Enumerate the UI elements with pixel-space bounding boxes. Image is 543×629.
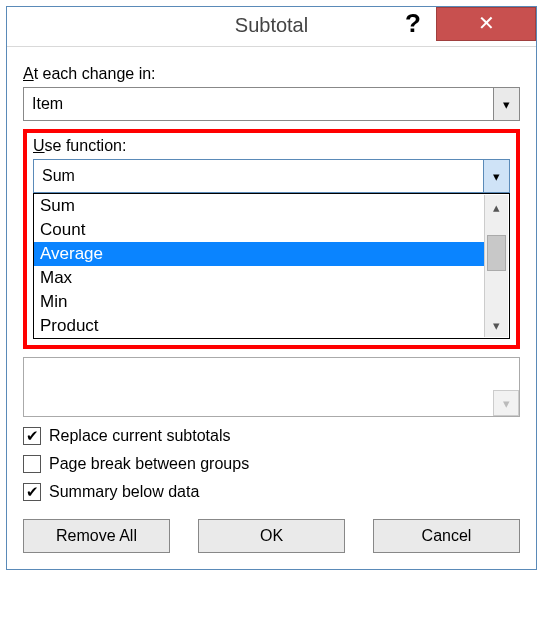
function-option[interactable]: Product [34, 314, 485, 338]
at-each-change-label: At each change in: [23, 65, 520, 83]
checkbox-icon: ✔ [23, 427, 41, 445]
function-combo[interactable]: Sum ▾ [33, 159, 510, 193]
subtotal-dialog: Subtotal ? ✕ At each change in: Item ▾ U… [6, 6, 537, 570]
dialog-body: At each change in: Item ▾ Use function: … [7, 47, 536, 569]
cancel-button[interactable]: Cancel [373, 519, 520, 553]
titlebar: Subtotal ? ✕ [7, 7, 536, 47]
scroll-down-button[interactable]: ▾ [485, 313, 508, 337]
function-dropdown-list[interactable]: SumCountAverageMaxMinProduct ▴ ▾ [33, 193, 510, 339]
close-button[interactable]: ✕ [436, 7, 536, 41]
function-combo-value: Sum [34, 167, 483, 185]
highlight-annotation: Use function: Sum ▾ SumCountAverageMaxMi… [23, 129, 520, 349]
list-scroll-down-button: ▾ [493, 390, 519, 416]
chevron-up-icon: ▴ [493, 200, 500, 215]
scroll-track[interactable] [485, 219, 508, 313]
function-option[interactable]: Min [34, 290, 485, 314]
scroll-up-button[interactable]: ▴ [485, 195, 508, 219]
replace-subtotals-checkbox[interactable]: ✔ Replace current subtotals [23, 427, 520, 445]
chevron-down-icon: ▾ [503, 396, 510, 411]
function-dropdown-button[interactable]: ▾ [483, 160, 509, 192]
change-in-combo[interactable]: Item ▾ [23, 87, 520, 121]
scroll-thumb[interactable] [487, 235, 506, 271]
ok-button[interactable]: OK [198, 519, 345, 553]
function-option[interactable]: Sum [34, 194, 485, 218]
dialog-button-row: Remove All OK Cancel [23, 519, 520, 553]
function-option[interactable]: Count [34, 218, 485, 242]
chevron-down-icon: ▾ [503, 97, 510, 112]
function-option[interactable]: Max [34, 266, 485, 290]
page-break-checkbox[interactable]: Page break between groups [23, 455, 520, 473]
change-in-value: Item [24, 95, 493, 113]
use-function-label: Use function: [33, 137, 510, 155]
summary-below-checkbox[interactable]: ✔ Summary below data [23, 483, 520, 501]
chevron-down-icon: ▾ [493, 318, 500, 333]
checkbox-icon [23, 455, 41, 473]
function-option[interactable]: Average [34, 242, 485, 266]
remove-all-button[interactable]: Remove All [23, 519, 170, 553]
checkbox-icon: ✔ [23, 483, 41, 501]
change-in-dropdown-button[interactable]: ▾ [493, 88, 519, 120]
help-button[interactable]: ? [396, 9, 430, 39]
dropdown-scrollbar[interactable]: ▴ ▾ [484, 195, 508, 337]
chevron-down-icon: ▾ [493, 169, 500, 184]
add-subtotal-to-list[interactable]: ▾ [23, 357, 520, 417]
